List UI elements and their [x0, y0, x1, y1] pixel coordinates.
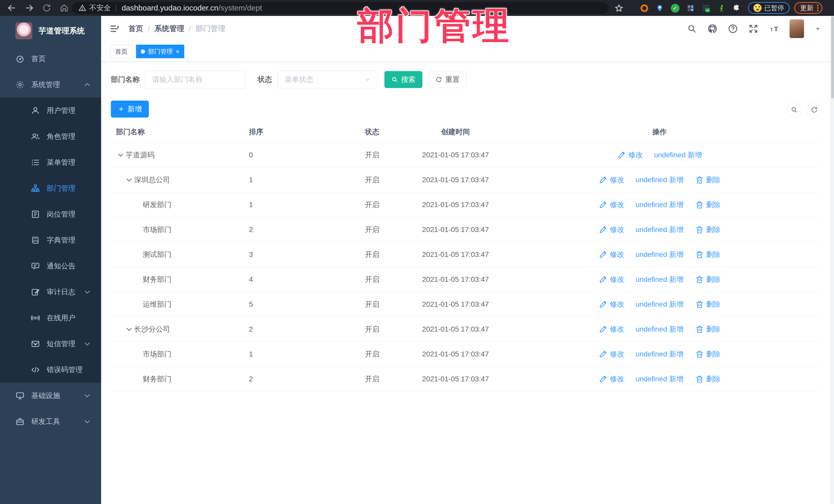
delete-link[interactable]: 删除	[695, 374, 721, 384]
github-icon[interactable]	[707, 24, 718, 34]
edit-link[interactable]: 修改	[617, 150, 642, 160]
dept-status: 开启	[349, 225, 395, 235]
sidebar-item-4[interactable]: 菜单管理	[0, 149, 101, 175]
forward-icon[interactable]	[24, 2, 35, 14]
edit-link[interactable]: 修改	[598, 250, 624, 259]
delete-link[interactable]: 删除	[695, 275, 721, 284]
sidebar-item-11[interactable]: 短信管理	[0, 331, 101, 357]
breadcrumb-item[interactable]: 系统管理	[154, 24, 184, 34]
sidebar-item-13[interactable]: 基础设施	[0, 382, 101, 409]
sidebar-item-5[interactable]: 部门管理	[0, 175, 101, 201]
add-link[interactable]: undefined新增	[635, 324, 683, 334]
dept-name-input[interactable]: 请输入部门名称	[145, 70, 245, 89]
table-row: 芋道源码0开启2021-01-05 17:03:47修改undefined新增	[111, 143, 819, 168]
add-link[interactable]: undefined新增	[635, 349, 683, 359]
delete-link[interactable]: 删除	[695, 200, 721, 210]
address-bar[interactable]: 不安全 dashboard.yudao.iocoder.cn/system/de…	[72, 2, 609, 14]
security-warning-icon[interactable]	[79, 4, 86, 12]
edit-link[interactable]: 修改	[598, 275, 624, 284]
delete-link[interactable]: 删除	[695, 349, 721, 359]
font-size-icon[interactable]: TT	[769, 24, 779, 34]
edit-link[interactable]: 修改	[598, 374, 624, 384]
table-search-toggle-button[interactable]	[787, 102, 802, 117]
close-icon[interactable]: ×	[176, 48, 179, 54]
add-link[interactable]: undefined新增	[654, 150, 702, 160]
back-icon[interactable]	[6, 2, 18, 14]
delete-link[interactable]: 删除	[695, 225, 721, 235]
chevron-down-icon	[83, 391, 92, 400]
bookmark-star-icon[interactable]	[613, 3, 624, 14]
breadcrumb-item[interactable]: 首页	[128, 24, 143, 34]
expand-arrow-icon[interactable]	[125, 175, 134, 184]
sidebar-item-8[interactable]: 通知公告	[0, 253, 101, 279]
delete-link[interactable]: 删除	[695, 324, 721, 334]
sidebar-item-0[interactable]: 首页	[0, 46, 101, 72]
browser-menu-icon[interactable]	[817, 5, 819, 11]
add-link[interactable]: undefined新增	[635, 250, 683, 259]
add-link[interactable]: undefined新增	[635, 275, 683, 284]
status-select[interactable]: 菜单状态	[278, 70, 378, 89]
breadcrumb-separator: /	[189, 25, 191, 33]
sidebar-item-14[interactable]: 研发工具	[0, 409, 101, 435]
delete-link[interactable]: 删除	[695, 175, 721, 185]
dept-sort: 2	[246, 225, 349, 234]
expand-arrow-icon[interactable]	[116, 150, 126, 160]
extension-grid-icon[interactable]	[685, 3, 696, 14]
url-path[interactable]: /system/dept	[218, 4, 262, 12]
sidebar-item-1[interactable]: 系统管理	[0, 72, 101, 97]
extension-green-check-icon[interactable]: ✓	[670, 3, 681, 14]
delete-link[interactable]: 删除	[695, 300, 721, 309]
dept-status: 开启	[349, 150, 395, 160]
expand-arrow-icon[interactable]	[125, 325, 134, 334]
edit-link[interactable]: 修改	[598, 324, 624, 334]
avatar[interactable]	[789, 19, 804, 38]
edit-link[interactable]: 修改	[598, 200, 624, 210]
hamburger-icon[interactable]	[109, 23, 119, 34]
scrollbar-thumb[interactable]	[831, 17, 834, 98]
add-button[interactable]: 新增	[111, 101, 149, 117]
delete-link[interactable]: 删除	[695, 250, 721, 259]
add-link[interactable]: undefined新增	[635, 175, 683, 185]
home-icon[interactable]	[59, 2, 70, 14]
extensions-puzzle-icon[interactable]	[731, 3, 742, 14]
edit-link[interactable]: 修改	[598, 300, 624, 309]
sidebar-item-3[interactable]: 角色管理	[0, 124, 101, 149]
edit-link[interactable]: 修改	[598, 175, 624, 185]
tag-0[interactable]: 首页	[110, 45, 132, 58]
tag-1[interactable]: 部门管理×	[136, 45, 184, 58]
row-actions: 修改undefined新增删除	[516, 250, 803, 259]
search-button[interactable]: 搜索	[385, 71, 422, 88]
sidebar-item-6[interactable]: 岗位管理	[0, 201, 101, 227]
window-scrollbar[interactable]	[830, 16, 834, 504]
reset-button[interactable]: 重置	[429, 71, 466, 88]
delete-icon	[695, 200, 704, 210]
help-icon[interactable]	[728, 24, 738, 34]
search-icon[interactable]	[687, 24, 697, 34]
extension-pin-icon[interactable]	[654, 3, 665, 14]
browser-update-button[interactable]: 更新	[794, 2, 822, 14]
delete-icon	[695, 300, 704, 309]
url-host[interactable]: dashboard.yudao.iocoder.cn	[122, 4, 218, 12]
sidebar-item-12[interactable]: 错误码管理	[0, 357, 101, 382]
add-link[interactable]: undefined新增	[635, 374, 683, 384]
user-menu-caret-icon[interactable]	[814, 25, 821, 32]
recorder-paused-button[interactable]: 已暂停	[748, 2, 790, 14]
sidebar-item-2[interactable]: 用户管理	[0, 97, 101, 124]
sidebar-item-7[interactable]: 字典管理	[0, 227, 101, 253]
app-logo-row[interactable]: 芋道管理系统	[0, 16, 101, 46]
security-label[interactable]: 不安全	[89, 3, 111, 13]
extension-orange-icon[interactable]	[639, 3, 650, 14]
edit-link[interactable]: 修改	[598, 225, 624, 235]
extension-green-figure-icon[interactable]	[716, 3, 727, 14]
extension-on-badge-icon[interactable]: on	[701, 3, 711, 14]
sidebar-item-10[interactable]: 在线用户	[0, 305, 101, 331]
sidebar-item-9[interactable]: 审计日志	[0, 279, 101, 305]
row-actions: 修改undefined新增删除	[516, 374, 803, 384]
add-link[interactable]: undefined新增	[635, 200, 683, 210]
edit-link[interactable]: 修改	[598, 349, 624, 359]
add-link[interactable]: undefined新增	[635, 225, 683, 235]
add-link[interactable]: undefined新增	[635, 300, 683, 309]
fullscreen-icon[interactable]	[748, 24, 759, 34]
reload-icon[interactable]	[41, 2, 52, 14]
table-refresh-button[interactable]	[807, 102, 822, 117]
